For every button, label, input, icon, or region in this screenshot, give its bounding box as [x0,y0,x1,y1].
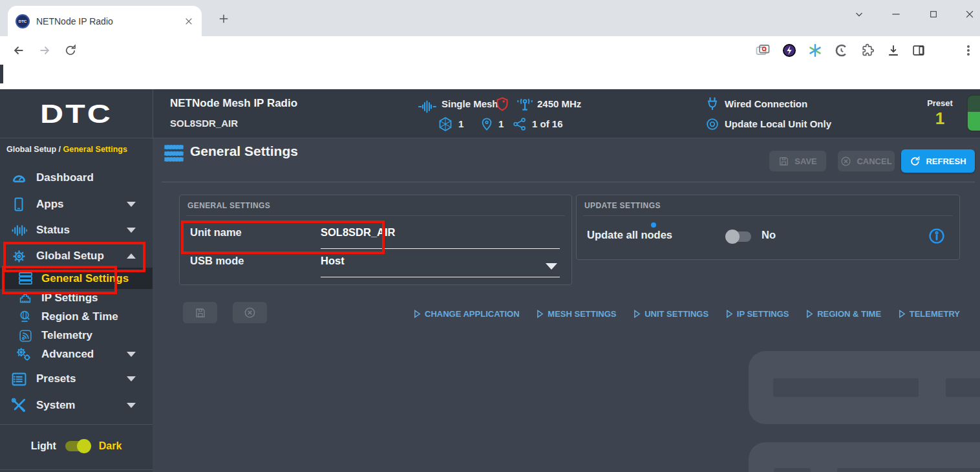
unit-name-input[interactable]: SOL8SDR_AIR [321,226,396,239]
browser-toolbar: Not secure 192.168.8.96/wui_global/gener… [0,36,980,65]
skeleton-card [749,442,980,472]
browser-tab[interactable]: DTC NETNode IP Radio [8,6,202,36]
window-minimize-icon[interactable] [890,8,902,20]
theme-toggle-row: Light Dark [0,433,153,459]
sidebar-item-general-settings[interactable]: General Settings [0,268,153,289]
preset-status-icon [966,94,980,132]
network-plug-icon [16,291,35,305]
new-tab-icon[interactable] [217,12,230,25]
link-telemetry[interactable]: TELEMETRY [899,309,960,319]
page-top-gap [0,65,980,89]
update-scope-label: Update Local Unit Only [725,118,831,129]
main-area: NETNode Mesh IP Radio SOL8SDR_AIR Single… [153,89,980,472]
save-button[interactable]: SAVE [769,151,826,171]
chevron-up-icon[interactable] [127,253,136,259]
refresh-button[interactable]: REFRESH [901,149,975,173]
sidebar-item-dashboard[interactable]: Dashboard [0,167,153,189]
theme-toggle[interactable] [65,441,90,451]
gears-icon [12,346,35,363]
breadcrumb: Global Setup / General Settings [6,145,127,154]
screenshot-extension-icon[interactable] [755,43,771,58]
forward-icon[interactable] [37,43,52,58]
sidebar-item-global-setup[interactable]: Global Setup [0,245,153,267]
breadcrumb-parent[interactable]: Global Setup / [6,145,63,154]
chevron-down-icon[interactable] [127,352,136,357]
tab-title: NETNode IP Radio [36,16,184,27]
node-count: 1 of 16 [532,118,563,129]
toggle-state-label: No [762,229,776,241]
theme-dark-label: Dark [99,440,122,452]
toggle-knob[interactable] [725,230,740,244]
asterisk-extension-icon[interactable] [808,43,822,58]
window-close-icon[interactable] [964,8,975,20]
theme-toggle-knob[interactable] [77,439,91,453]
skeleton-bar [837,468,980,472]
extensions-puzzle-icon[interactable] [860,43,875,58]
quick-links-row: CHANGE APPLICATION MESH SETTINGS UNIT SE… [414,309,960,319]
gps-count: 1 [498,118,504,129]
update-all-nodes-toggle[interactable] [727,231,751,242]
general-settings-icon [164,145,184,162]
tools-icon [8,397,30,414]
link-label: UNIT SETTINGS [644,309,708,319]
link-region-time[interactable]: REGION & TIME [806,309,881,319]
info-icon[interactable] [928,228,945,244]
cancel-icon-button[interactable] [233,302,267,323]
save-icon-button[interactable] [183,302,217,323]
link-mesh-settings[interactable]: MESH SETTINGS [537,309,616,319]
sidebar-item-label: Status [36,224,70,237]
window-maximize-icon[interactable] [928,9,939,19]
usb-mode-underline [321,277,560,277]
dropdown-caret-icon[interactable] [546,263,557,270]
save-label: SAVE [794,156,816,166]
browser-menu-icon[interactable] [967,49,970,52]
theme-light-label: Light [31,440,56,452]
globe-icon [16,310,35,324]
back-icon[interactable] [12,43,26,58]
link-unit-settings[interactable]: UNIT SETTINGS [634,309,708,319]
encryption-shield-icon [495,96,510,112]
chevron-down-icon[interactable] [127,403,136,408]
preset-label: Preset [926,98,954,108]
downloads-icon[interactable] [886,43,900,58]
reload-icon[interactable] [64,44,77,57]
gauge-icon [8,170,30,186]
sidebar-item-system[interactable]: System [0,393,153,418]
tab-search-chevron-icon[interactable] [853,8,865,20]
cancel-button[interactable]: CANCEL [838,151,895,171]
device-unit-name: SOL8SDR_AIR [170,118,238,129]
unit-name-underline [321,248,560,249]
link-ip-settings[interactable]: IP SETTINGS [726,309,789,319]
update-settings-panel: UPDATE SETTINGS Update all nodes No [576,195,960,260]
mesh-mode-label: Single Mesh [442,98,498,109]
close-tab-icon[interactable] [184,16,194,27]
preset-value: 1 [926,109,954,129]
sidebar-item-label: Dashboard [36,171,94,184]
mesh-count: 1 [458,118,463,129]
panel-header-divider [583,215,953,216]
unit-name-label: Unit name [190,226,242,239]
chevron-down-icon[interactable] [127,202,136,207]
sidebar-item-region-time[interactable]: Region & Time [0,308,153,326]
sidebar-item-status[interactable]: Status [0,219,153,241]
sidebar-item-apps[interactable]: Apps [0,193,153,215]
purple-bolt-extension-icon[interactable] [782,43,796,58]
sidebar-item-label: General Settings [41,272,129,285]
sidebar-item-advanced[interactable]: Advanced [0,345,153,364]
chevron-down-icon[interactable] [127,228,136,233]
browser-tab-bar: DTC NETNode IP Radio [0,0,980,36]
product-name: NETNode Mesh IP Radio [170,97,297,110]
servers-icon [16,271,35,286]
side-panel-icon[interactable] [911,43,926,58]
link-label: IP SETTINGS [737,309,789,319]
sidebar-item-label: Region & Time [41,310,118,323]
sidebar-item-telemetry[interactable]: Telemetry [0,327,153,345]
sidebar-item-ip-settings[interactable]: IP Settings [0,289,153,307]
skeleton-bar [946,378,980,397]
sidebar-item-label: Advanced [41,348,94,361]
sidebar-item-presets[interactable]: Presets [0,367,153,391]
link-change-application[interactable]: CHANGE APPLICATION [414,309,520,319]
clock-extension-icon[interactable] [834,43,848,58]
chevron-down-icon[interactable] [127,376,136,381]
usb-mode-select[interactable]: Host [321,255,345,267]
